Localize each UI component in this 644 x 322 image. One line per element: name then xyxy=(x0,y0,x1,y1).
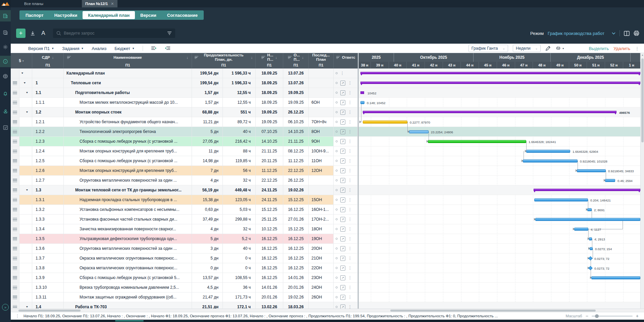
tab-approval[interactable]: Согласование xyxy=(162,10,203,20)
row-menu-icon[interactable]: ⋮ xyxy=(348,188,352,192)
sidebar-item-users[interactable] xyxy=(0,105,11,117)
indent-icon[interactable] xyxy=(165,46,170,51)
row-menu-icon[interactable]: ⋮ xyxy=(348,305,352,309)
filter-icon[interactable] xyxy=(195,56,198,59)
row-menu-icon[interactable]: ⋮ xyxy=(348,246,352,251)
row-menu-icon[interactable]: ⋮ xyxy=(348,197,352,202)
table-row[interactable]: 1.2.3Сборка с помощью лебедок ручных (с … xyxy=(11,137,358,146)
table-row[interactable]: 1.1.1Монтаж мелких металлоконструкций ма… xyxy=(11,98,358,107)
gantt-bar[interactable] xyxy=(409,130,429,133)
column-header-start[interactable]: Н... П... ↓ xyxy=(256,53,283,62)
gantt-scroll-thumb[interactable] xyxy=(390,310,596,312)
gantt-bar[interactable] xyxy=(589,237,592,240)
row-menu-icon[interactable]: ⋮ xyxy=(348,295,352,300)
row-count-select[interactable]: 5▾ xyxy=(11,53,32,68)
table-row[interactable]: 1.3.3Установка фасонных частей стальных … xyxy=(11,215,358,224)
open-chart-icon[interactable]: ↗ xyxy=(340,207,345,212)
delete-button[interactable]: Удалить xyxy=(613,46,630,51)
pane-splitter[interactable] xyxy=(358,53,359,309)
view-type-select[interactable]: График Ганта⌄ xyxy=(468,45,508,52)
row-menu-icon[interactable]: ⋮ xyxy=(348,227,352,231)
expand-chevron-icon[interactable]: ▼ xyxy=(26,189,29,191)
table-row[interactable]: ▼1.2Монтаж опорных стоек68,88 дн551 ч19.… xyxy=(11,107,358,117)
open-chart-icon[interactable]: ↗ xyxy=(340,227,345,232)
open-chart-icon[interactable]: ↗ xyxy=(340,197,345,202)
open-chart-icon[interactable]: ↗ xyxy=(340,81,345,86)
sidebar-item-globe[interactable] xyxy=(0,71,11,82)
drag-handle-icon[interactable] xyxy=(13,179,17,182)
sort-icon[interactable]: ↓ xyxy=(251,55,253,59)
row-menu-icon[interactable]: ⋮ xyxy=(348,178,352,183)
gantt-flag-bar[interactable] xyxy=(360,91,364,94)
gantt-bar[interactable] xyxy=(428,140,526,143)
drag-handle-icon[interactable] xyxy=(13,257,17,260)
gantt-summary-bar[interactable] xyxy=(360,72,640,74)
tab-all-plans[interactable]: Все планы xyxy=(24,0,43,7)
link-icon[interactable] xyxy=(555,46,561,51)
menu-budget[interactable]: Бюджет▼ xyxy=(114,46,135,51)
drag-handle-icon[interactable] xyxy=(13,169,17,173)
column-header-end[interactable]: О... П... ↓ xyxy=(283,53,309,62)
gantt-bar[interactable] xyxy=(535,218,640,221)
drag-handle-icon[interactable] xyxy=(13,227,17,231)
column-header-sdr[interactable]: СДР↓ xyxy=(32,53,64,62)
filter-icon[interactable] xyxy=(261,56,265,59)
table-row[interactable]: 1.3.2Установка сильфонных компенсаторов … xyxy=(11,205,358,215)
expand-chevron-icon[interactable]: ▼ xyxy=(23,82,26,84)
open-chart-icon[interactable]: ↗ xyxy=(340,275,345,280)
drag-handle-icon[interactable] xyxy=(13,305,17,309)
row-menu-icon[interactable]: ⋮ xyxy=(348,100,352,105)
tab-versions[interactable]: Версии xyxy=(135,10,162,20)
gantt-bar[interactable] xyxy=(590,247,593,250)
expand-chevron-icon[interactable]: ▼ xyxy=(26,111,29,113)
gantt-bar[interactable] xyxy=(363,121,407,124)
open-chart-icon[interactable]: ↗ xyxy=(340,110,345,115)
open-chart-icon[interactable]: ↗ xyxy=(340,295,345,300)
row-menu-icon[interactable]: ⋮ xyxy=(348,139,352,144)
link-caret-icon[interactable]: ▾ xyxy=(562,47,564,50)
column-header-duration[interactable]: Продолжительность План, дн. ↓ xyxy=(192,53,256,62)
download-icon[interactable] xyxy=(29,30,36,37)
drag-handle-icon[interactable] xyxy=(13,188,17,192)
row-menu-icon[interactable]: ⋮ xyxy=(348,168,352,173)
drag-handle-icon[interactable] xyxy=(13,101,17,104)
menu-tasks[interactable]: Задания▼ xyxy=(62,46,84,51)
table-row[interactable]: 1.3.4Зачистка механизированная поверхнос… xyxy=(11,224,358,234)
table-row[interactable]: 1.2.1Устройство бетонных фундаментов общ… xyxy=(11,117,358,127)
row-menu-icon[interactable]: ⋮ xyxy=(348,285,352,290)
drag-handle-icon[interactable] xyxy=(13,286,17,289)
column-header-responsible[interactable]: Ответс xyxy=(334,53,358,62)
row-menu-icon[interactable]: ⋮ xyxy=(340,71,344,76)
gantt-bar[interactable] xyxy=(534,198,588,201)
drag-handle-icon[interactable] xyxy=(13,208,17,212)
drag-handle-icon[interactable] xyxy=(13,276,17,280)
gantt-bar[interactable] xyxy=(591,276,640,279)
filter-icon[interactable] xyxy=(67,56,71,59)
font-button[interactable]: A xyxy=(40,30,47,37)
open-chart-icon[interactable]: ↗ xyxy=(340,129,345,134)
open-chart-icon[interactable]: ↗ xyxy=(340,246,345,251)
expand-chevron-icon[interactable]: ▼ xyxy=(26,91,29,94)
table-row[interactable]: 1.3.5Ультразвуковая дефектоскопия трубоп… xyxy=(11,234,358,244)
vertical-scroll-thumb[interactable] xyxy=(641,58,644,142)
sidebar-item-tasks[interactable] xyxy=(0,122,11,133)
scroll-up-icon[interactable]: ▲ xyxy=(641,54,644,56)
table-row[interactable]: 1.3.9Сборка с помощью лебедок ручных (с … xyxy=(11,273,358,283)
zoom-slider-thumb[interactable] xyxy=(595,314,599,318)
gantt-bar[interactable] xyxy=(574,228,588,231)
add-button[interactable]: + xyxy=(16,29,26,38)
open-chart-icon[interactable]: ↗ xyxy=(340,217,345,222)
outdent-icon[interactable] xyxy=(151,46,157,51)
drag-handle-icon[interactable] xyxy=(13,159,17,163)
menu-analysis[interactable]: Анализ xyxy=(92,46,106,51)
open-chart-icon[interactable]: ↗ xyxy=(340,285,345,290)
drag-handle-icon[interactable] xyxy=(13,149,17,153)
gantt-summary-bar[interactable] xyxy=(363,111,616,113)
table-row[interactable]: 1.2.5Сборка с помощью лебедок ручных (с … xyxy=(11,156,358,166)
row-menu-icon[interactable]: ⋮ xyxy=(348,81,352,85)
drag-handle-icon[interactable] xyxy=(13,120,17,124)
row-menu-icon[interactable]: ⋮ xyxy=(348,236,352,241)
sidebar-item-gear[interactable] xyxy=(0,41,11,53)
drag-handle-icon[interactable] xyxy=(13,110,17,114)
row-menu-icon[interactable]: ⋮ xyxy=(348,110,352,114)
